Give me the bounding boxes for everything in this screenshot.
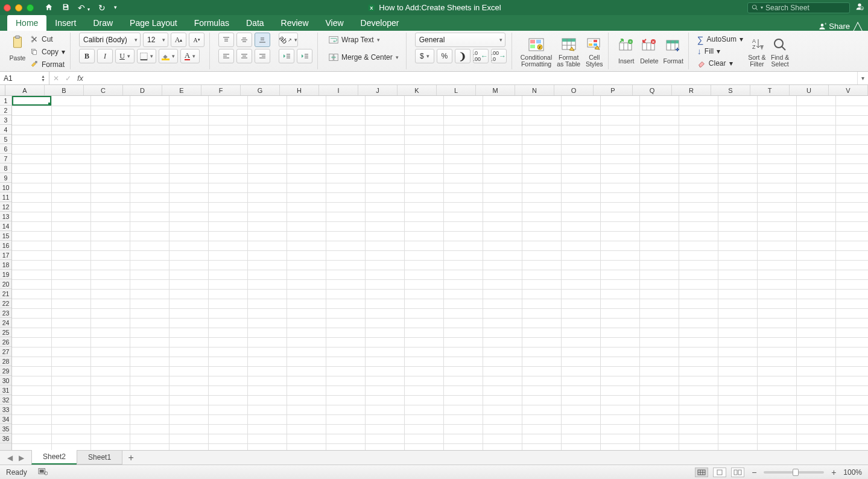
sort-filter-button[interactable]: AZ Sort & Filter — [748, 33, 766, 69]
align-right-button[interactable] — [255, 49, 270, 63]
column-header[interactable]: O — [554, 85, 594, 95]
tab-insert[interactable]: Insert — [46, 15, 84, 31]
wrap-text-button[interactable]: Wrap Text▾ — [326, 35, 401, 45]
row-header[interactable]: 10 — [0, 183, 11, 192]
column-header[interactable]: D — [123, 85, 162, 95]
row-header[interactable]: 20 — [0, 279, 11, 289]
row-header[interactable]: 14 — [0, 221, 11, 231]
row-header[interactable]: 5 — [0, 135, 11, 144]
align-middle-button[interactable] — [236, 33, 252, 47]
column-header[interactable]: J — [358, 85, 398, 95]
column-header[interactable]: S — [711, 85, 750, 95]
clear-button[interactable]: Clear▾ — [697, 58, 743, 69]
format-cells-button[interactable]: Format — [664, 33, 683, 69]
row-header[interactable]: 9 — [0, 173, 11, 183]
maximize-window-icon[interactable] — [27, 4, 34, 11]
autosum-button[interactable]: ∑AutoSum▾ — [697, 34, 743, 45]
cell-area[interactable] — [12, 96, 868, 450]
row-header[interactable]: 25 — [0, 328, 11, 337]
row-header[interactable]: 30 — [0, 376, 11, 385]
row-header[interactable]: 29 — [0, 366, 11, 376]
name-box[interactable]: A1 ▲▼ — [0, 72, 49, 84]
row-header[interactable]: 8 — [0, 163, 11, 173]
column-header[interactable]: N — [515, 85, 554, 95]
redo-icon[interactable]: ↻ — [98, 4, 106, 12]
comma-button[interactable]: ❩ — [455, 49, 470, 63]
column-header[interactable]: R — [672, 85, 711, 95]
conditional-formatting-button[interactable]: ≠ Conditional Formatting — [521, 33, 553, 69]
formula-input[interactable] — [87, 72, 857, 84]
row-header[interactable]: 26 — [0, 337, 11, 347]
fill-color-button[interactable]: ▾ — [159, 49, 178, 63]
row-header[interactable]: 6 — [0, 144, 11, 154]
row-header[interactable]: 11 — [0, 192, 11, 202]
tab-draw[interactable]: Draw — [84, 15, 121, 31]
italic-button[interactable]: I — [97, 49, 113, 63]
sheet-tab-sheet2[interactable]: Sheet2 — [31, 450, 77, 465]
underline-button[interactable]: U▾ — [115, 49, 135, 63]
row-header[interactable]: 22 — [0, 299, 11, 308]
decrease-font-button[interactable]: A▾ — [189, 33, 204, 47]
align-left-button[interactable] — [218, 49, 234, 63]
decrease-decimal-button[interactable]: .00.0→ — [491, 49, 507, 63]
merge-center-button[interactable]: Merge & Center▾ — [326, 52, 401, 62]
fill-button[interactable]: ↓Fill▾ — [697, 46, 743, 57]
row-header[interactable]: 3 — [0, 115, 11, 125]
tab-review[interactable]: Review — [273, 15, 317, 31]
decrease-indent-button[interactable] — [279, 49, 294, 63]
normal-view-button[interactable] — [695, 468, 708, 477]
font-name-input[interactable]: Calibri (Body)▾ — [79, 33, 141, 47]
zoom-level[interactable]: 100% — [843, 468, 862, 477]
orientation-button[interactable]: ab↗▾ — [279, 33, 298, 47]
zoom-in-button[interactable]: + — [829, 468, 838, 477]
fx-icon[interactable]: fx — [77, 74, 83, 83]
column-header[interactable]: M — [476, 85, 515, 95]
column-header[interactable]: P — [594, 85, 633, 95]
row-header[interactable]: 27 — [0, 347, 11, 357]
row-header[interactable]: 12 — [0, 202, 11, 212]
number-format-select[interactable]: General▾ — [415, 33, 505, 47]
row-header[interactable]: 16 — [0, 241, 11, 250]
delete-cells-button[interactable]: ✕ Delete — [640, 33, 658, 69]
account-icon[interactable]: + — [855, 2, 864, 13]
tab-home[interactable]: Home — [7, 15, 46, 31]
enter-formula-icon[interactable]: ✓ — [65, 74, 71, 83]
find-select-button[interactable]: Find & Select — [771, 33, 789, 69]
row-header[interactable]: 13 — [0, 212, 11, 221]
tab-data[interactable]: Data — [238, 15, 273, 31]
save-icon[interactable] — [62, 3, 69, 12]
increase-decimal-button[interactable]: .0.00← — [473, 49, 489, 63]
column-header[interactable]: I — [319, 85, 358, 95]
column-header[interactable]: A — [5, 85, 45, 95]
close-window-icon[interactable] — [4, 4, 11, 11]
insert-cells-button[interactable]: + Insert — [617, 33, 635, 69]
tab-page-layout[interactable]: Page Layout — [121, 15, 186, 31]
column-header[interactable]: H — [280, 85, 319, 95]
row-header[interactable]: 15 — [0, 231, 11, 241]
column-header[interactable]: Q — [633, 85, 672, 95]
row-header[interactable]: 31 — [0, 385, 11, 395]
sheet-nav-prev-icon[interactable]: ◀ — [7, 454, 13, 462]
row-header[interactable]: 1 — [0, 96, 11, 106]
align-top-button[interactable] — [218, 33, 234, 47]
align-center-button[interactable] — [236, 49, 252, 63]
row-header[interactable]: 36 — [0, 434, 11, 443]
column-header[interactable]: V — [829, 85, 868, 95]
row-header[interactable]: 35 — [0, 424, 11, 434]
cancel-formula-icon[interactable]: ✕ — [53, 74, 59, 83]
row-header[interactable]: 17 — [0, 250, 11, 260]
format-as-table-button[interactable]: Format as Table — [557, 33, 580, 69]
row-header[interactable]: 2 — [0, 106, 11, 115]
row-header[interactable]: 23 — [0, 308, 11, 318]
font-size-input[interactable]: 12▾ — [143, 33, 168, 47]
search-sheet-input[interactable]: ▾ Search Sheet — [747, 2, 850, 13]
column-header[interactable]: E — [162, 85, 201, 95]
zoom-slider[interactable] — [764, 471, 824, 474]
sheet-tab-sheet1[interactable]: Sheet1 — [77, 451, 122, 465]
row-header[interactable]: 19 — [0, 270, 11, 279]
row-header[interactable]: 32 — [0, 395, 11, 405]
row-header[interactable]: 7 — [0, 154, 11, 163]
minimize-window-icon[interactable] — [15, 4, 22, 11]
column-header[interactable]: K — [398, 85, 437, 95]
column-header[interactable]: L — [437, 85, 476, 95]
